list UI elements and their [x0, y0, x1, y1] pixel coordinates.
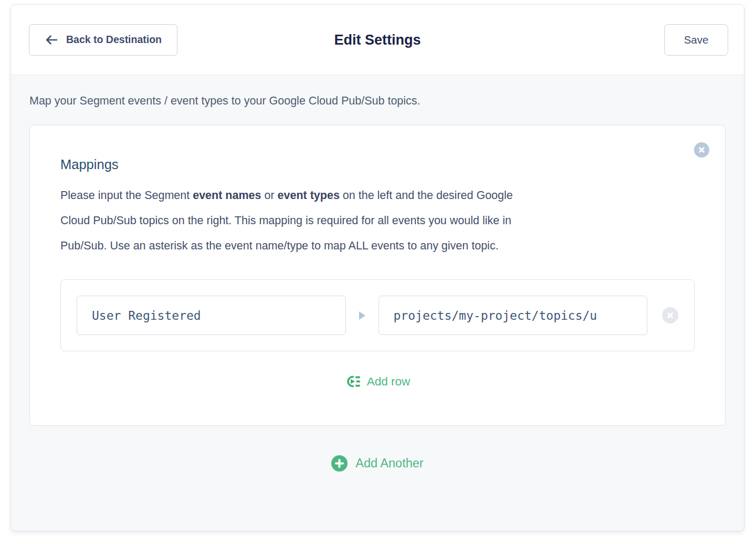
mapping-row — [77, 296, 678, 335]
edit-settings-panel: Back to Destination Edit Settings Save M… — [10, 4, 744, 531]
event-name-input[interactable] — [77, 296, 346, 335]
add-another-label: Add Another — [355, 456, 423, 470]
arrow-left-icon — [45, 34, 58, 46]
card-close-button[interactable] — [694, 142, 709, 158]
add-row-label: Add row — [367, 375, 411, 389]
back-button-label: Back to Destination — [66, 34, 162, 46]
row-delete-icon — [667, 312, 674, 319]
page-title: Edit Settings — [334, 32, 421, 48]
add-row-icon — [345, 374, 360, 389]
mapping-row-container — [60, 279, 695, 351]
intro-text: Map your Segment events / event types to… — [29, 95, 726, 108]
topic-input[interactable] — [379, 296, 648, 335]
triangle-right-icon — [359, 311, 365, 320]
save-button[interactable]: Save — [664, 24, 728, 56]
row-delete-button[interactable] — [662, 307, 678, 323]
content-body: Map your Segment events / event types to… — [11, 75, 744, 531]
mappings-title: Mappings — [60, 157, 695, 172]
plus-circle-icon — [331, 455, 348, 472]
add-row-button[interactable]: Add row — [60, 374, 695, 389]
mappings-description: Please input the Segment event names or … — [60, 183, 685, 258]
add-another-button[interactable]: Add Another — [29, 455, 726, 472]
mappings-card: Mappings Please input the Segment event … — [29, 125, 726, 426]
back-to-destination-button[interactable]: Back to Destination — [29, 24, 177, 56]
close-icon — [698, 147, 705, 153]
header-bar: Back to Destination Edit Settings Save — [11, 5, 744, 75]
